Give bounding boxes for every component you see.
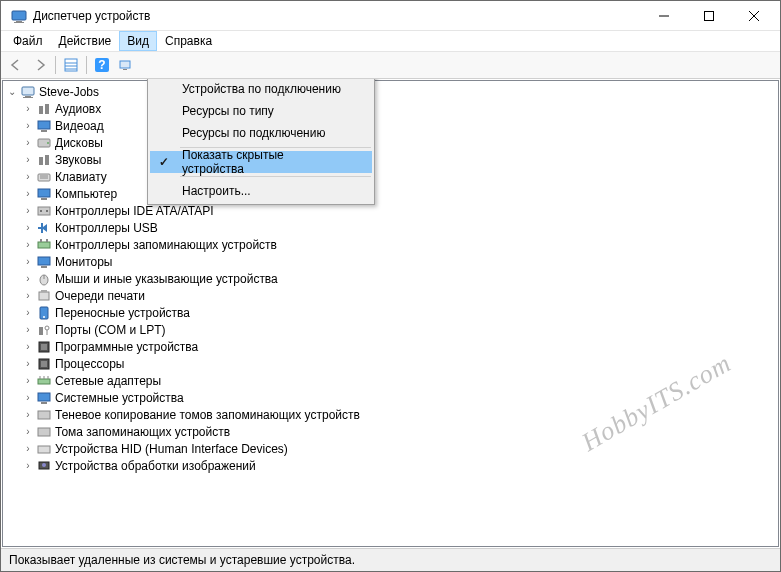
expand-icon[interactable]: › (21, 340, 35, 354)
expand-icon[interactable]: › (21, 136, 35, 150)
tree-item[interactable]: ›Теневое копирование томов запоминающих … (3, 406, 778, 423)
forward-button[interactable] (29, 54, 51, 76)
tree-item[interactable]: ›Дисковы (3, 134, 778, 151)
tree-item[interactable]: ›Очереди печати (3, 287, 778, 304)
device-category-icon (36, 339, 52, 355)
expand-icon[interactable]: › (21, 153, 35, 167)
tree-item[interactable]: ›Программные устройства (3, 338, 778, 355)
svg-rect-58 (38, 411, 50, 419)
svg-rect-41 (39, 292, 49, 300)
tree-item[interactable]: ›Аудиовх (3, 100, 778, 117)
tree-item-label: Очереди печати (55, 289, 145, 303)
view-dropdown: Устройства по типу Устройства по подключ… (147, 79, 375, 205)
svg-rect-21 (41, 130, 47, 132)
expand-icon[interactable]: › (21, 238, 35, 252)
device-tree-pane[interactable]: ⌄ Steve-Jobs ›Аудиовх›Видеоад›Дисковы›Зв… (2, 80, 779, 547)
tree-item[interactable]: ›Клавиату (3, 168, 778, 185)
expand-icon[interactable]: › (21, 374, 35, 388)
tree-item-label: Клавиату (55, 170, 107, 184)
tree-item[interactable]: ›Мониторы (3, 253, 778, 270)
expand-icon[interactable]: › (21, 289, 35, 303)
device-category-icon (36, 254, 52, 270)
expand-icon[interactable]: › (21, 170, 35, 184)
expand-icon[interactable]: › (21, 306, 35, 320)
expand-icon[interactable]: › (21, 442, 35, 456)
minimize-button[interactable] (641, 1, 686, 30)
svg-rect-25 (45, 155, 49, 165)
svg-rect-49 (41, 344, 47, 350)
device-category-icon (36, 322, 52, 338)
expand-icon[interactable]: › (21, 272, 35, 286)
tree-root[interactable]: ⌄ Steve-Jobs (3, 83, 778, 100)
toolbar-separator (55, 56, 56, 74)
svg-rect-20 (38, 121, 50, 129)
tree-item[interactable]: ›Звуковы (3, 151, 778, 168)
tree-item-label: Компьютер (55, 187, 117, 201)
device-category-icon (36, 186, 52, 202)
svg-rect-19 (45, 104, 49, 114)
expand-icon[interactable]: › (21, 255, 35, 269)
dd-customize[interactable]: Настроить... (150, 180, 372, 202)
status-text: Показывает удаленные из системы и устаре… (9, 553, 355, 567)
expand-icon[interactable]: › (21, 408, 35, 422)
dd-show-hidden[interactable]: ✓ Показать скрытые устройства (150, 151, 372, 173)
maximize-button[interactable] (686, 1, 731, 30)
expand-icon[interactable]: › (21, 357, 35, 371)
tree-item-label: Сетевые адаптеры (55, 374, 161, 388)
expand-icon[interactable]: › (21, 187, 35, 201)
tree-item[interactable]: ›Мыши и иные указывающие устройства (3, 270, 778, 287)
app-icon (11, 8, 27, 24)
tree-item[interactable]: ›Сетевые адаптеры (3, 372, 778, 389)
svg-rect-0 (12, 11, 26, 20)
tree-item[interactable]: ›Компьютер (3, 185, 778, 202)
svg-point-23 (47, 142, 49, 144)
svg-point-32 (40, 210, 42, 212)
dd-resources-by-type[interactable]: Ресурсы по типу (150, 100, 372, 122)
tree-item[interactable]: ›Контроллеры IDE ATA/ATAPI (3, 202, 778, 219)
tree-item[interactable]: ›Тома запоминающих устройств (3, 423, 778, 440)
tree-item[interactable]: ›Устройства HID (Human Interface Devices… (3, 440, 778, 457)
tree-item[interactable]: ›Системные устройства (3, 389, 778, 406)
tree-item-label: Мониторы (55, 255, 112, 269)
dd-devices-by-connection[interactable]: Устройства по подключению (150, 79, 372, 100)
menu-file[interactable]: Файл (5, 31, 51, 51)
close-button[interactable] (731, 1, 776, 30)
tree-item[interactable]: ›Порты (COM и LPT) (3, 321, 778, 338)
dd-resources-by-connection[interactable]: Ресурсы по подключению (150, 122, 372, 144)
tree-item[interactable]: ›Устройства обработки изображений (3, 457, 778, 474)
svg-rect-52 (38, 379, 50, 384)
expand-icon[interactable]: › (21, 323, 35, 337)
expand-icon[interactable]: › (21, 102, 35, 116)
tree-item[interactable]: ›Видеоад (3, 117, 778, 134)
svg-rect-35 (40, 239, 42, 242)
help-button[interactable]: ? (91, 54, 113, 76)
menu-view[interactable]: Вид (119, 31, 157, 51)
collapse-icon[interactable]: ⌄ (5, 85, 19, 99)
tree-item[interactable]: ›Переносные устройства (3, 304, 778, 321)
tree-item-label: Аудиовх (55, 102, 101, 116)
properties-button[interactable] (60, 54, 82, 76)
expand-icon[interactable]: › (21, 221, 35, 235)
expand-icon[interactable]: › (21, 391, 35, 405)
tree-item[interactable]: ›Контроллеры USB (3, 219, 778, 236)
expand-icon[interactable]: › (21, 425, 35, 439)
tree-item-label: Мыши и иные указывающие устройства (55, 272, 278, 286)
menu-help[interactable]: Справка (157, 31, 220, 51)
menu-action[interactable]: Действие (51, 31, 120, 51)
scan-button[interactable] (115, 54, 137, 76)
tree-item[interactable]: ›Контроллеры запоминающих устройств (3, 236, 778, 253)
svg-text:?: ? (98, 58, 105, 72)
device-category-icon (36, 271, 52, 287)
svg-rect-38 (41, 266, 47, 268)
expand-icon[interactable]: › (21, 459, 35, 473)
tree-item-label: Программные устройства (55, 340, 198, 354)
back-button[interactable] (5, 54, 27, 76)
svg-rect-59 (38, 428, 50, 436)
svg-rect-17 (23, 97, 33, 98)
tree-item-label: Устройства обработки изображений (55, 459, 256, 473)
device-category-icon (36, 118, 52, 134)
svg-rect-34 (38, 242, 50, 248)
expand-icon[interactable]: › (21, 204, 35, 218)
tree-item[interactable]: ›Процессоры (3, 355, 778, 372)
expand-icon[interactable]: › (21, 119, 35, 133)
